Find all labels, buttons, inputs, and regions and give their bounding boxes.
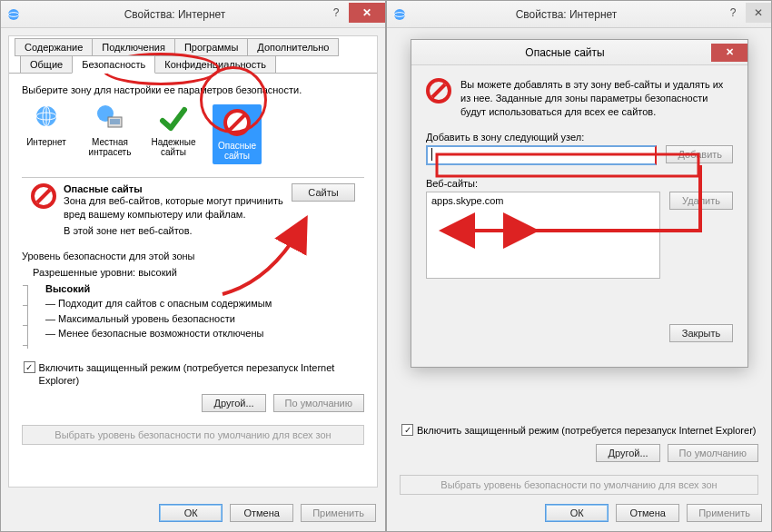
globe-monitor-icon bbox=[95, 104, 124, 133]
list-item[interactable]: apps.skype.com bbox=[431, 195, 655, 206]
reset-all-zones-button[interactable]: Выбрать уровень безопасности по умолчани… bbox=[22, 425, 364, 445]
level-name: Высокий bbox=[45, 283, 90, 294]
restricted-empty: В этой зоне нет веб-сайтов. bbox=[64, 225, 284, 236]
left-window: Свойства: Интернет ? ✕ Содержание Подклю… bbox=[0, 0, 386, 532]
default-level-button[interactable]: По умолчанию bbox=[668, 444, 758, 462]
protected-mode-label: Включить защищенный режим (потребуется п… bbox=[417, 424, 756, 437]
cancel-button[interactable]: Отмена bbox=[616, 504, 679, 522]
zone-label: Местная интрасеть bbox=[85, 137, 134, 157]
svg-line-12 bbox=[37, 190, 50, 202]
titlebar: Свойства: Интернет ? ✕ bbox=[1, 1, 385, 28]
annotation-circle-restricted-zone bbox=[200, 66, 267, 133]
security-slider[interactable] bbox=[27, 285, 36, 349]
restricted-group: Опасные сайты Зона для веб-сайтов, котор… bbox=[22, 177, 364, 243]
reset-all-zones-button[interactable]: Выбрать уровень безопасности по умолчани… bbox=[400, 475, 758, 495]
apply-button[interactable]: Применить bbox=[301, 504, 376, 522]
zone-label: Надежные сайты bbox=[149, 137, 198, 157]
ok-button[interactable]: ОК bbox=[159, 504, 223, 522]
protected-mode-checkbox[interactable]: ✓ bbox=[401, 424, 413, 436]
svg-line-16 bbox=[432, 84, 445, 97]
close-button-disabled: ✕ bbox=[746, 3, 771, 23]
level-line: — Максимальный уровень безопасности bbox=[45, 311, 272, 327]
restricted-desc: Зона для веб-сайтов, которые могут причи… bbox=[64, 194, 284, 222]
checkmark-icon bbox=[159, 104, 188, 133]
tab-general[interactable]: Общие bbox=[20, 55, 73, 74]
select-zone-text: Выберите зону для настройки ее параметро… bbox=[22, 84, 364, 95]
svg-point-0 bbox=[8, 9, 19, 20]
close-button[interactable]: ✕ bbox=[349, 3, 385, 23]
svg-point-13 bbox=[394, 9, 405, 20]
level-line: — Подходит для сайтов с опасным содержим… bbox=[45, 296, 272, 311]
delete-button[interactable]: Удалить bbox=[669, 192, 733, 210]
dialog-buttons: ОК Отмена Применить bbox=[1, 495, 385, 531]
ie-options-icon bbox=[392, 7, 407, 22]
close-dialog-button[interactable]: Закрыть bbox=[669, 324, 733, 342]
tab-security[interactable]: Безопасность bbox=[72, 55, 155, 74]
right-window: Свойства: Интернет ? ✕ Опасные сайты ✕ В… bbox=[386, 0, 772, 532]
zone-trusted[interactable]: Надежные сайты bbox=[149, 104, 198, 164]
level-line: — Менее безопасные возможности отключены bbox=[45, 326, 272, 341]
dialog-close-button[interactable]: ✕ bbox=[711, 44, 747, 62]
zone-intranet[interactable]: Местная интрасеть bbox=[85, 104, 134, 164]
svg-rect-7 bbox=[110, 119, 120, 124]
add-site-input[interactable] bbox=[426, 145, 657, 165]
allowed-levels: Разрешенные уровни: высокий bbox=[33, 267, 364, 278]
zone-internet[interactable]: Интернет bbox=[22, 104, 71, 164]
prohibited-icon bbox=[31, 183, 56, 209]
apply-button[interactable]: Применить bbox=[687, 504, 762, 522]
dialog-info-text: Вы можете добавлять в эту зону веб-сайты… bbox=[460, 78, 733, 119]
help-button[interactable]: ? bbox=[720, 3, 746, 23]
ok-button[interactable]: ОК bbox=[545, 504, 609, 522]
window-title: Свойства: Интернет bbox=[412, 8, 720, 21]
globe-icon bbox=[32, 104, 61, 133]
protected-mode-label: Включить защищенный режим (потребуется п… bbox=[39, 361, 364, 388]
dialog-title-text: Опасные сайты bbox=[419, 46, 711, 59]
zone-label: Опасные сайты bbox=[214, 141, 260, 161]
custom-level-button[interactable]: Другой... bbox=[202, 394, 265, 412]
sites-button[interactable]: Сайты bbox=[292, 183, 355, 202]
add-button[interactable]: Добавить bbox=[666, 145, 733, 163]
protected-mode-checkbox[interactable]: ✓ bbox=[24, 361, 35, 373]
default-level-button[interactable]: По умолчанию bbox=[273, 394, 364, 412]
titlebar: Свойства: Интернет ? ✕ bbox=[387, 1, 771, 28]
custom-level-button[interactable]: Другой... bbox=[596, 444, 659, 462]
tab-row-1: Содержание Подключения Программы Дополни… bbox=[15, 38, 377, 56]
add-site-label: Добавить в зону следующий узел: bbox=[426, 132, 733, 143]
zones-list: Интернет Местная интрасеть Надежные сайт… bbox=[22, 104, 364, 164]
websites-list[interactable]: apps.skype.com bbox=[426, 192, 660, 279]
level-heading: Уровень безопасности для этой зоны bbox=[22, 251, 364, 261]
tab-content[interactable]: Содержание bbox=[15, 38, 93, 56]
prohibited-icon bbox=[426, 78, 451, 103]
cancel-button[interactable]: Отмена bbox=[230, 504, 293, 522]
dialog-titlebar: Опасные сайты ✕ bbox=[411, 40, 747, 65]
zone-label: Интернет bbox=[22, 137, 71, 147]
dialog-buttons: ОК Отмена Применить bbox=[387, 495, 771, 531]
window-title: Свойства: Интернет bbox=[26, 8, 323, 21]
client-area: Содержание Подключения Программы Дополни… bbox=[8, 35, 378, 488]
ie-options-icon bbox=[6, 7, 21, 22]
restricted-sites-dialog: Опасные сайты ✕ Вы можете добавлять в эт… bbox=[411, 39, 748, 368]
help-button[interactable]: ? bbox=[323, 3, 349, 23]
security-panel: Выберите зону для настройки ее параметро… bbox=[9, 73, 377, 452]
websites-label: Веб-сайты: bbox=[426, 178, 733, 189]
restricted-heading: Опасные сайты bbox=[64, 183, 284, 194]
underlying-lower: ✓ Включить защищенный режим (потребуется… bbox=[387, 400, 771, 495]
tab-advanced[interactable]: Дополнительно bbox=[247, 38, 339, 56]
